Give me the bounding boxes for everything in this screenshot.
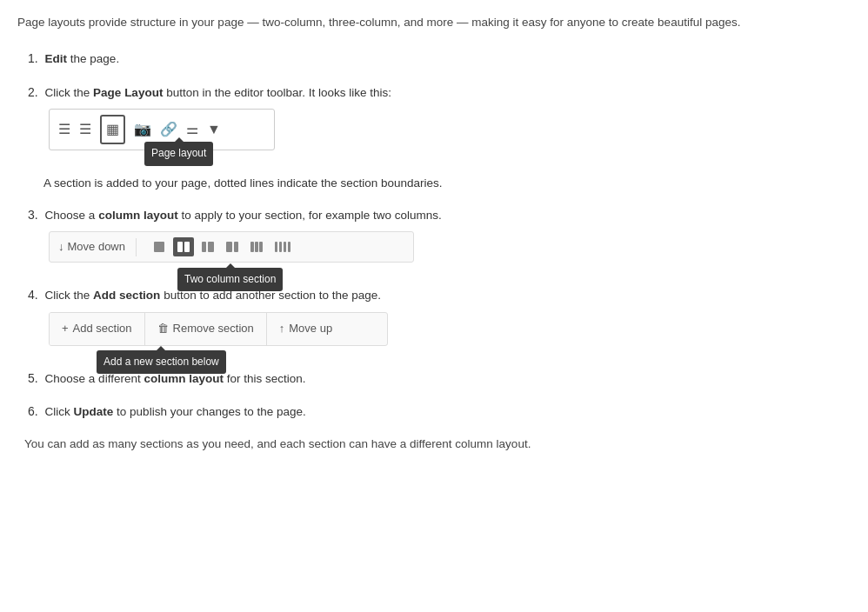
trash-icon: 🗑 bbox=[157, 320, 169, 338]
svg-rect-10 bbox=[275, 242, 277, 252]
page-layout-tooltip: Page layout bbox=[144, 142, 213, 165]
remove-section-label: Remove section bbox=[173, 320, 254, 338]
move-up-label: Move up bbox=[289, 320, 332, 338]
footer-text: You can add as many sections as you need… bbox=[17, 436, 851, 453]
svg-rect-7 bbox=[250, 242, 254, 252]
move-down-label: Move down bbox=[68, 238, 125, 256]
svg-rect-3 bbox=[202, 242, 206, 252]
toolbar-demo-box: ☰ ☰ ▦ 📷 🔗 ⚌ ▼ Page layout bbox=[49, 109, 275, 150]
step-4: 4. Click the Add section button to add a… bbox=[28, 285, 851, 354]
image-icon: 📷 bbox=[134, 118, 151, 141]
two-col-variant-icon[interactable] bbox=[197, 237, 218, 256]
add-section-label: Add section bbox=[73, 320, 132, 338]
step-2: 2. Click the Page Layout button in the e… bbox=[28, 83, 851, 159]
step-2-number: 2. bbox=[28, 85, 38, 99]
plus-icon: + bbox=[62, 320, 69, 338]
svg-rect-13 bbox=[288, 242, 290, 252]
section-buttons-demo-box: + Add section 🗑 Remove section ↑ Move up… bbox=[49, 312, 388, 346]
column-demo-box: ↓ Move down bbox=[49, 231, 414, 263]
step-3-number: 3. bbox=[28, 208, 38, 222]
two-col-tooltip: Two column section bbox=[177, 268, 283, 291]
svg-rect-4 bbox=[208, 242, 214, 252]
svg-rect-11 bbox=[279, 242, 282, 252]
subsection-note: A section is added to your page, dotted … bbox=[43, 173, 851, 193]
step-1-text: Edit the page. bbox=[45, 52, 120, 65]
remove-section-button[interactable]: 🗑 Remove section bbox=[145, 313, 267, 345]
svg-rect-5 bbox=[226, 242, 232, 252]
table-icon: ⚌ bbox=[186, 118, 198, 141]
add-section-tooltip: Add a new section below bbox=[97, 350, 226, 374]
arrow-up-icon: ↑ bbox=[279, 320, 285, 338]
add-section-button[interactable]: + Add section bbox=[50, 313, 145, 345]
svg-rect-6 bbox=[234, 242, 238, 252]
step-6-text: Click Update to publish your changes to … bbox=[45, 405, 306, 418]
three-col-variant-icon[interactable] bbox=[270, 237, 295, 256]
step-4-number: 4. bbox=[28, 288, 38, 302]
step-6: 6. Click Update to publish your changes … bbox=[28, 402, 851, 422]
move-up-button[interactable]: ↑ Move up bbox=[267, 313, 344, 345]
section-buttons-demo: + Add section 🗑 Remove section ↑ Move up bbox=[49, 312, 388, 346]
step-3-text: Choose a column layout to apply to your … bbox=[45, 209, 442, 222]
svg-rect-0 bbox=[154, 242, 164, 252]
step-1: 1. Edit the page. bbox=[28, 49, 851, 69]
step-5-number: 5. bbox=[28, 371, 38, 385]
move-down-button[interactable]: ↓ Move down bbox=[58, 238, 137, 256]
move-down-icon: ↓ bbox=[58, 238, 64, 256]
svg-rect-12 bbox=[284, 242, 286, 252]
align-left-icon: ☰ bbox=[58, 118, 70, 141]
three-col-icon[interactable] bbox=[246, 237, 267, 256]
svg-rect-9 bbox=[259, 242, 263, 252]
two-col-icon[interactable] bbox=[173, 237, 194, 256]
step-6-number: 6. bbox=[28, 404, 38, 418]
page-layout-icon[interactable]: ▦ bbox=[100, 115, 125, 144]
svg-rect-2 bbox=[184, 242, 190, 252]
step-1-number: 1. bbox=[28, 51, 38, 65]
dropdown-icon[interactable]: ▼ bbox=[207, 118, 221, 141]
step-3: 3. Choose a column layout to apply to yo… bbox=[28, 205, 851, 272]
svg-rect-8 bbox=[255, 242, 258, 252]
svg-rect-1 bbox=[177, 242, 183, 252]
align-right-icon: ☰ bbox=[79, 118, 91, 141]
step-2-text: Click the Page Layout button in the edit… bbox=[45, 86, 391, 99]
column-icons bbox=[149, 237, 295, 256]
column-demo: ↓ Move down bbox=[49, 231, 414, 263]
single-col-icon[interactable] bbox=[149, 237, 170, 256]
subsection-note-text: A section is added to your page, dotted … bbox=[43, 176, 443, 190]
two-col-right-icon[interactable] bbox=[222, 237, 243, 256]
intro-text: Page layouts provide structure in your p… bbox=[17, 14, 851, 31]
